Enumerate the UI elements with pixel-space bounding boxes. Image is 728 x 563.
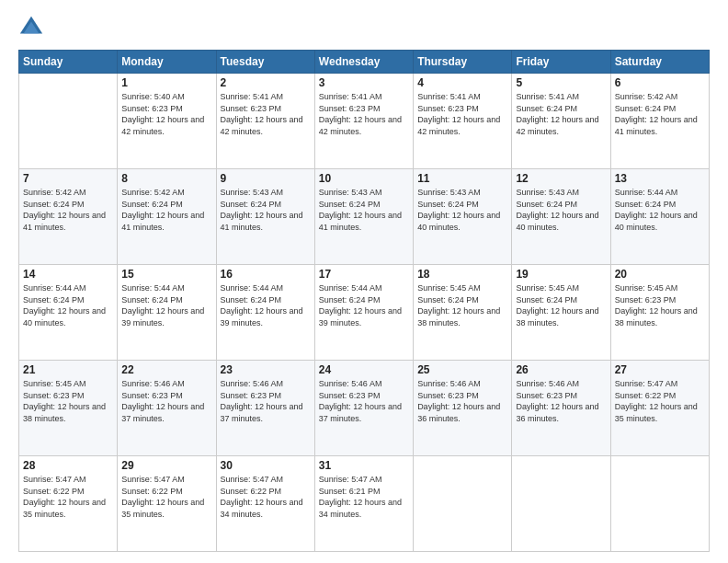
cell-info: Sunrise: 5:45 AMSunset: 6:24 PMDaylight:… — [417, 282, 507, 328]
day-number: 28 — [23, 459, 113, 472]
day-number: 17 — [319, 268, 409, 281]
calendar-cell — [610, 456, 709, 552]
day-number: 1 — [121, 76, 211, 89]
cell-info: Sunrise: 5:45 AMSunset: 6:23 PMDaylight:… — [23, 378, 113, 424]
calendar-cell — [414, 456, 512, 552]
cell-info: Sunrise: 5:47 AMSunset: 6:22 PMDaylight:… — [121, 474, 211, 520]
day-number: 12 — [516, 172, 606, 185]
calendar-cell: 21Sunrise: 5:45 AMSunset: 6:23 PMDayligh… — [19, 361, 118, 456]
cell-info: Sunrise: 5:42 AMSunset: 6:24 PMDaylight:… — [23, 187, 113, 233]
calendar-cell: 3Sunrise: 5:41 AMSunset: 6:23 PMDaylight… — [314, 74, 413, 169]
cell-info: Sunrise: 5:46 AMSunset: 6:23 PMDaylight:… — [516, 378, 606, 424]
day-number: 6 — [615, 76, 705, 89]
logo — [18, 15, 48, 40]
cell-info: Sunrise: 5:46 AMSunset: 6:23 PMDaylight:… — [221, 378, 311, 424]
day-number: 24 — [319, 363, 409, 376]
day-number: 22 — [121, 363, 211, 376]
day-number: 30 — [221, 459, 311, 472]
calendar-header-thursday: Thursday — [414, 51, 512, 74]
day-number: 25 — [417, 363, 507, 376]
calendar-header-friday: Friday — [512, 51, 610, 74]
cell-info: Sunrise: 5:41 AMSunset: 6:23 PMDaylight:… — [221, 91, 311, 137]
calendar-cell: 17Sunrise: 5:44 AMSunset: 6:24 PMDayligh… — [314, 265, 413, 361]
cell-info: Sunrise: 5:46 AMSunset: 6:23 PMDaylight:… — [417, 378, 507, 424]
cell-info: Sunrise: 5:42 AMSunset: 6:24 PMDaylight:… — [121, 187, 211, 233]
cell-info: Sunrise: 5:43 AMSunset: 6:24 PMDaylight:… — [221, 187, 311, 233]
day-number: 23 — [221, 363, 311, 376]
page: SundayMondayTuesdayWednesdayThursdayFrid… — [0, 0, 728, 563]
cell-info: Sunrise: 5:43 AMSunset: 6:24 PMDaylight:… — [516, 187, 606, 233]
calendar-cell: 1Sunrise: 5:40 AMSunset: 6:23 PMDaylight… — [118, 74, 216, 169]
day-number: 9 — [221, 172, 311, 185]
calendar-cell: 19Sunrise: 5:45 AMSunset: 6:24 PMDayligh… — [512, 265, 610, 361]
cell-info: Sunrise: 5:44 AMSunset: 6:24 PMDaylight:… — [615, 187, 705, 233]
logo-icon — [18, 15, 44, 40]
calendar-header-row: SundayMondayTuesdayWednesdayThursdayFrid… — [19, 51, 710, 74]
day-number: 19 — [516, 268, 606, 281]
calendar-table: SundayMondayTuesdayWednesdayThursdayFrid… — [18, 50, 710, 552]
calendar-cell: 13Sunrise: 5:44 AMSunset: 6:24 PMDayligh… — [610, 169, 709, 265]
calendar-cell: 15Sunrise: 5:44 AMSunset: 6:24 PMDayligh… — [118, 265, 216, 361]
calendar-week-5: 28Sunrise: 5:47 AMSunset: 6:22 PMDayligh… — [19, 456, 710, 552]
calendar-header-sunday: Sunday — [19, 51, 118, 74]
calendar-cell: 26Sunrise: 5:46 AMSunset: 6:23 PMDayligh… — [512, 361, 610, 456]
calendar-cell: 18Sunrise: 5:45 AMSunset: 6:24 PMDayligh… — [414, 265, 512, 361]
calendar-cell: 20Sunrise: 5:45 AMSunset: 6:23 PMDayligh… — [610, 265, 709, 361]
day-number: 26 — [516, 363, 606, 376]
cell-info: Sunrise: 5:42 AMSunset: 6:24 PMDaylight:… — [615, 91, 705, 137]
day-number: 4 — [417, 76, 507, 89]
calendar-cell: 28Sunrise: 5:47 AMSunset: 6:22 PMDayligh… — [19, 456, 118, 552]
cell-info: Sunrise: 5:41 AMSunset: 6:23 PMDaylight:… — [319, 91, 409, 137]
cell-info: Sunrise: 5:41 AMSunset: 6:24 PMDaylight:… — [516, 91, 606, 137]
calendar-cell: 12Sunrise: 5:43 AMSunset: 6:24 PMDayligh… — [512, 169, 610, 265]
calendar-cell: 24Sunrise: 5:46 AMSunset: 6:23 PMDayligh… — [314, 361, 413, 456]
calendar-cell: 22Sunrise: 5:46 AMSunset: 6:23 PMDayligh… — [118, 361, 216, 456]
calendar-header-monday: Monday — [118, 51, 216, 74]
calendar-cell: 5Sunrise: 5:41 AMSunset: 6:24 PMDaylight… — [512, 74, 610, 169]
calendar-cell: 7Sunrise: 5:42 AMSunset: 6:24 PMDaylight… — [19, 169, 118, 265]
cell-info: Sunrise: 5:46 AMSunset: 6:23 PMDaylight:… — [121, 378, 211, 424]
cell-info: Sunrise: 5:47 AMSunset: 6:21 PMDaylight:… — [319, 474, 409, 520]
calendar-cell: 27Sunrise: 5:47 AMSunset: 6:22 PMDayligh… — [610, 361, 709, 456]
cell-info: Sunrise: 5:43 AMSunset: 6:24 PMDaylight:… — [319, 187, 409, 233]
calendar-cell: 6Sunrise: 5:42 AMSunset: 6:24 PMDaylight… — [610, 74, 709, 169]
calendar-header-saturday: Saturday — [610, 51, 709, 74]
day-number: 15 — [121, 268, 211, 281]
day-number: 31 — [319, 459, 409, 472]
day-number: 13 — [615, 172, 705, 185]
day-number: 3 — [319, 76, 409, 89]
cell-info: Sunrise: 5:47 AMSunset: 6:22 PMDaylight:… — [615, 378, 705, 424]
cell-info: Sunrise: 5:47 AMSunset: 6:22 PMDaylight:… — [23, 474, 113, 520]
calendar-cell: 30Sunrise: 5:47 AMSunset: 6:22 PMDayligh… — [216, 456, 314, 552]
cell-info: Sunrise: 5:44 AMSunset: 6:24 PMDaylight:… — [319, 282, 409, 328]
day-number: 5 — [516, 76, 606, 89]
day-number: 29 — [121, 459, 211, 472]
calendar-cell: 9Sunrise: 5:43 AMSunset: 6:24 PMDaylight… — [216, 169, 314, 265]
day-number: 21 — [23, 363, 113, 376]
day-number: 16 — [221, 268, 311, 281]
cell-info: Sunrise: 5:40 AMSunset: 6:23 PMDaylight:… — [121, 91, 211, 137]
calendar-cell: 31Sunrise: 5:47 AMSunset: 6:21 PMDayligh… — [314, 456, 413, 552]
day-number: 7 — [23, 172, 113, 185]
calendar-cell: 16Sunrise: 5:44 AMSunset: 6:24 PMDayligh… — [216, 265, 314, 361]
calendar-cell: 10Sunrise: 5:43 AMSunset: 6:24 PMDayligh… — [314, 169, 413, 265]
calendar-week-3: 14Sunrise: 5:44 AMSunset: 6:24 PMDayligh… — [19, 265, 710, 361]
calendar-header-tuesday: Tuesday — [216, 51, 314, 74]
day-number: 10 — [319, 172, 409, 185]
calendar-cell: 23Sunrise: 5:46 AMSunset: 6:23 PMDayligh… — [216, 361, 314, 456]
cell-info: Sunrise: 5:44 AMSunset: 6:24 PMDaylight:… — [23, 282, 113, 328]
calendar-week-2: 7Sunrise: 5:42 AMSunset: 6:24 PMDaylight… — [19, 169, 710, 265]
cell-info: Sunrise: 5:45 AMSunset: 6:23 PMDaylight:… — [615, 282, 705, 328]
cell-info: Sunrise: 5:44 AMSunset: 6:24 PMDaylight:… — [121, 282, 211, 328]
calendar-header-wednesday: Wednesday — [314, 51, 413, 74]
day-number: 2 — [221, 76, 311, 89]
calendar-week-4: 21Sunrise: 5:45 AMSunset: 6:23 PMDayligh… — [19, 361, 710, 456]
calendar-cell: 25Sunrise: 5:46 AMSunset: 6:23 PMDayligh… — [414, 361, 512, 456]
calendar-cell — [19, 74, 118, 169]
calendar-cell: 11Sunrise: 5:43 AMSunset: 6:24 PMDayligh… — [414, 169, 512, 265]
calendar-week-1: 1Sunrise: 5:40 AMSunset: 6:23 PMDaylight… — [19, 74, 710, 169]
cell-info: Sunrise: 5:41 AMSunset: 6:23 PMDaylight:… — [417, 91, 507, 137]
cell-info: Sunrise: 5:44 AMSunset: 6:24 PMDaylight:… — [221, 282, 311, 328]
calendar-cell: 4Sunrise: 5:41 AMSunset: 6:23 PMDaylight… — [414, 74, 512, 169]
header — [18, 15, 710, 40]
